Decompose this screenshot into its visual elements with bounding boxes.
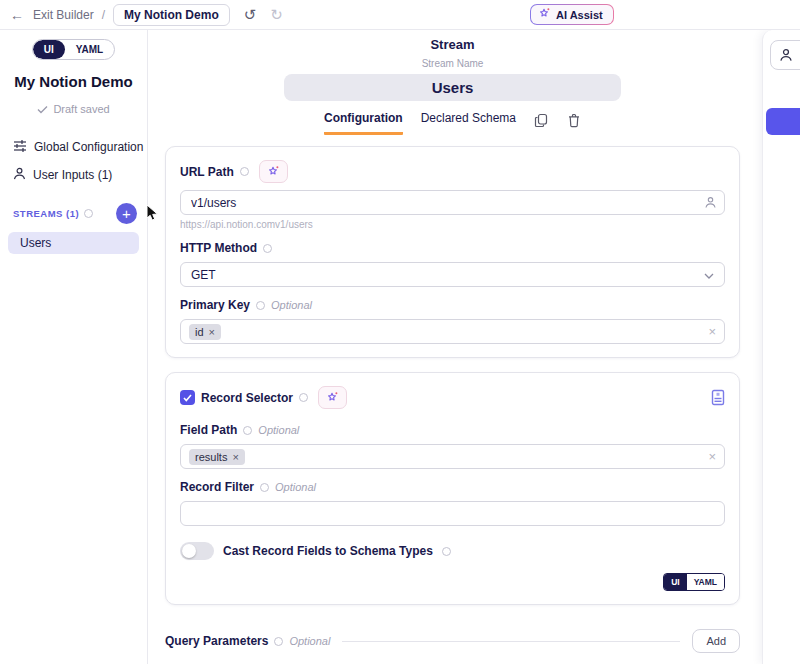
toggle-yaml-option[interactable]: YAML (687, 574, 724, 590)
testing-panel (762, 30, 800, 664)
schema-doc-icon[interactable] (711, 389, 725, 406)
redo-icon[interactable]: ↻ (270, 6, 283, 24)
toggle-ui-option[interactable]: UI (33, 40, 65, 59)
record-selector-checkbox[interactable] (180, 390, 195, 405)
tab-declared-schema[interactable]: Declared Schema (421, 111, 516, 135)
url-path-input[interactable] (180, 190, 725, 215)
field-path-label: Field Path (180, 423, 237, 437)
cast-fields-label: Cast Record Fields to Schema Types (223, 544, 433, 558)
record-selector-card: Record Selector Field Path Optional resu… (165, 372, 740, 605)
breadcrumb-separator: / (102, 8, 105, 22)
undo-icon[interactable]: ↺ (244, 6, 257, 24)
info-icon[interactable] (243, 426, 252, 435)
field-path-tag-input[interactable]: results × × (180, 444, 725, 469)
sidebar-item-label: Global Configuration (34, 140, 143, 154)
ai-assist-button[interactable]: AI Assist (530, 4, 614, 25)
query-parameters-label: Query Parameters (165, 634, 268, 648)
tab-configuration[interactable]: Configuration (324, 111, 403, 135)
toggle-yaml-option[interactable]: YAML (65, 40, 114, 59)
record-selector-ui-yaml-toggle[interactable]: UI YAML (663, 573, 725, 591)
add-stream-button[interactable]: + (116, 203, 137, 224)
project-name-field[interactable]: My Notion Demo (113, 4, 230, 26)
stream-config-panel: Stream Stream Name Configuration Declare… (148, 30, 757, 664)
stream-name-input[interactable] (284, 74, 621, 101)
info-icon[interactable] (84, 209, 93, 218)
sparkle-star-icon (538, 7, 551, 22)
primary-key-label: Primary Key (180, 298, 250, 312)
testing-values-button[interactable] (770, 40, 800, 70)
top-bar: ← Exit Builder / My Notion Demo ↺ ↻ AI A… (0, 0, 800, 30)
delete-stream-icon[interactable] (567, 113, 581, 128)
cast-fields-toggle[interactable] (180, 542, 214, 560)
toggle-ui-option[interactable]: UI (664, 574, 687, 590)
tag-results: results × (189, 449, 245, 465)
copy-stream-icon[interactable] (534, 113, 549, 128)
user-interpolation-icon[interactable] (704, 195, 717, 213)
remove-tag-icon[interactable]: × (209, 326, 215, 338)
info-icon[interactable] (260, 483, 269, 492)
check-icon (37, 105, 48, 114)
record-filter-label: Record Filter (180, 480, 254, 494)
primary-key-tag-input[interactable]: id × × (180, 319, 725, 344)
ai-assist-label: AI Assist (556, 9, 603, 21)
back-arrow-icon[interactable]: ← (10, 7, 24, 23)
sidebar-item-global-configuration[interactable]: Global Configuration (0, 133, 147, 161)
tag-id: id × (189, 324, 221, 340)
sidebar-item-label: User Inputs (1) (33, 168, 112, 182)
requester-card: URL Path https://api.notion.comv1/users … (165, 146, 740, 358)
test-stream-button[interactable] (766, 108, 800, 135)
url-preview-text: https://api.notion.comv1/users (180, 219, 725, 230)
info-icon[interactable] (263, 244, 272, 253)
url-path-label: URL Path (180, 165, 234, 179)
clear-field-icon[interactable]: × (708, 324, 716, 339)
sliders-icon (13, 139, 27, 155)
ai-suggest-button[interactable] (259, 160, 288, 183)
remove-tag-icon[interactable]: × (232, 451, 238, 463)
user-icon (779, 48, 793, 62)
record-selector-label: Record Selector (201, 391, 293, 405)
builder-sidebar: UI YAML My Notion Demo Draft saved Globa… (0, 30, 148, 664)
user-icon (13, 167, 26, 183)
chevron-down-icon (704, 268, 714, 282)
clear-field-icon[interactable]: × (708, 449, 716, 464)
ai-suggest-button[interactable] (318, 386, 347, 409)
exit-builder-link[interactable]: Exit Builder (33, 8, 94, 22)
query-parameters-section: Query Parameters Optional Add (165, 629, 740, 653)
streams-section-header: STREAMS (1) (13, 208, 79, 219)
panel-title: Stream (165, 37, 740, 52)
sidebar-stream-users[interactable]: Users (8, 232, 139, 254)
add-query-parameter-button[interactable]: Add (692, 629, 740, 653)
info-icon[interactable] (240, 167, 249, 176)
record-filter-input[interactable] (180, 501, 725, 526)
info-icon[interactable] (274, 637, 283, 646)
info-icon[interactable] (442, 547, 451, 556)
http-method-select[interactable]: GET (180, 262, 725, 287)
http-method-label: HTTP Method (180, 241, 257, 255)
ui-yaml-toggle[interactable]: UI YAML (32, 39, 115, 60)
sidebar-item-user-inputs[interactable]: User Inputs (1) (0, 161, 147, 189)
stream-name-label: Stream Name (165, 58, 740, 69)
connector-builder-app: ← Exit Builder / My Notion Demo ↺ ↻ AI A… (0, 0, 800, 664)
draft-status: Draft saved (0, 103, 147, 115)
info-icon[interactable] (256, 301, 265, 310)
info-icon[interactable] (299, 393, 308, 402)
connector-title: My Notion Demo (0, 73, 147, 90)
stream-tabs: Configuration Declared Schema (165, 111, 740, 135)
